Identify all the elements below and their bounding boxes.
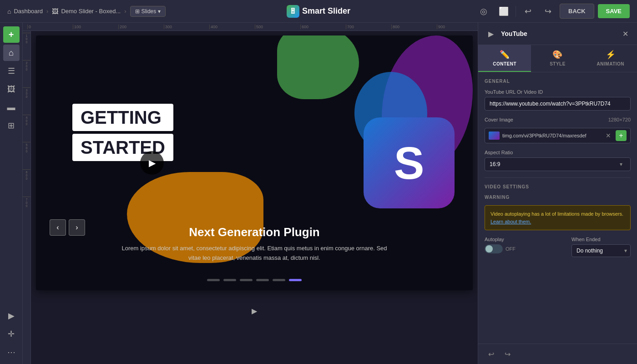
slide-title: Next Generation Plugin <box>54 225 455 239</box>
canvas-content: 100 200 300 400 500 600 700 <box>23 31 478 364</box>
ruler-v-mark: 100 <box>23 33 30 60</box>
youtube-icon: ▶ <box>485 27 497 40</box>
when-ended-select-wrap: Do nothing Loop Stop Next slide ▾ <box>571 244 631 257</box>
slide-dot-6[interactable] <box>289 279 302 281</box>
desktop-icon[interactable]: ⬜ <box>495 3 512 20</box>
ruler-marks: 0 100 200 300 400 500 600 700 800 900 10… <box>27 25 478 29</box>
sidebar-image-btn[interactable]: 🖼 <box>3 81 20 97</box>
cover-clear-button[interactable]: ✕ <box>604 131 613 140</box>
slide-text-bottom: Next Generation Plugin Lorem ipsum dolor… <box>36 225 473 263</box>
aspect-ratio-select[interactable]: 16:9 4:3 21:9 1:1 <box>485 157 631 171</box>
panel-header-left: ▶ YouTube <box>485 27 527 40</box>
bottom-undo-btn[interactable]: ↩ <box>485 348 497 360</box>
tab-bar: ✏️ CONTENT 🎨 STYLE ⚡ ANIMATION <box>478 45 637 72</box>
ruler-v-mark: 600 <box>23 169 30 197</box>
logo-letter: S <box>394 137 425 189</box>
when-ended-col: When Ended Do nothing Loop Stop Next sli… <box>571 237 631 257</box>
sidebar-home-btn[interactable]: ⌂ <box>3 45 20 61</box>
youtube-url-input[interactable] <box>485 97 631 111</box>
app-logo: 🎚 Smart Slider <box>287 5 350 18</box>
ruler-mark: 700 <box>346 25 391 29</box>
cover-url-input[interactable] <box>502 133 601 138</box>
content-tab-icon: ✏️ <box>500 50 510 60</box>
sidebar-play-btn[interactable]: ▶ <box>3 308 20 324</box>
ruler-mark: 200 <box>118 25 164 29</box>
panel-close-button[interactable]: ✕ <box>620 28 631 39</box>
add-layer-button[interactable]: + <box>3 26 20 43</box>
home-icon: ⌂ <box>7 8 11 15</box>
sidebar-layout-btn[interactable]: ▬ <box>3 99 20 116</box>
logo-icon: 🎚 <box>287 5 299 18</box>
breadcrumb-dashboard[interactable]: ⌂ Dashboard <box>7 8 43 15</box>
youtube-url-label: YouTube URL Or Video ID <box>485 89 631 95</box>
general-section-title: GENERAL <box>485 79 631 84</box>
slide-prev-button[interactable]: ‹ <box>50 219 66 236</box>
slide-wrapper: GETTING STARTED ▶ S <box>36 35 473 290</box>
slide-dot-5[interactable] <box>273 279 285 281</box>
autoplay-label: Autoplay <box>485 237 516 242</box>
autoplay-off-label: OFF <box>506 246 516 252</box>
video-settings-section-title: VIDEO SETTINGS <box>485 184 631 189</box>
left-sidebar: + ⌂ ☰ 🖼 ▬ ⊞ ▶ ✛ ⋯ <box>0 23 23 364</box>
bottom-redo-btn[interactable]: ↪ <box>501 348 514 360</box>
ruler-mark: 400 <box>209 25 255 29</box>
nav-right: ◎ ⬜ ↩ ↪ BACK SAVE <box>475 3 630 20</box>
slide-dot-4[interactable] <box>256 279 269 281</box>
sidebar-grid-btn[interactable]: ⊞ <box>3 117 20 134</box>
back-button[interactable]: BACK <box>560 4 594 19</box>
panel-title: YouTube <box>501 30 527 37</box>
chevron-down-icon: ▾ <box>158 8 161 15</box>
slide-canvas: GETTING STARTED ▶ S <box>31 31 478 364</box>
play-button[interactable]: ▶ <box>140 151 164 175</box>
breadcrumb-demo[interactable]: 🖼 Demo Slider - Boxed... <box>52 8 121 15</box>
slide-dot-3[interactable] <box>240 279 253 281</box>
ruler-mark: 600 <box>300 25 346 29</box>
ruler-v-mark: 300 <box>23 87 30 115</box>
slide-next-button[interactable]: › <box>69 219 85 236</box>
animation-tab-icon: ⚡ <box>606 50 616 60</box>
redo-icon[interactable]: ↪ <box>540 3 556 20</box>
tab-animation[interactable]: ⚡ ANIMATION <box>584 45 637 72</box>
when-ended-label: When Ended <box>571 237 631 242</box>
aspect-ratio-label: Aspect Ratio <box>485 150 631 155</box>
cover-image-size: 1280×720 <box>608 117 631 122</box>
cover-add-button[interactable]: + <box>616 130 627 141</box>
save-button[interactable]: SAVE <box>598 4 630 18</box>
undo-icon[interactable]: ↩ <box>520 3 536 20</box>
ruler-mark: 300 <box>164 25 209 29</box>
preview-icon[interactable]: ◎ <box>475 3 492 20</box>
ruler-v-mark: 200 <box>23 60 30 87</box>
panel-header: ▶ YouTube ✕ <box>478 23 637 45</box>
timeline-play-btn[interactable]: ▶ <box>248 304 261 317</box>
slides-dropdown[interactable]: ⊞ Slides ▾ <box>130 6 166 17</box>
when-ended-select[interactable]: Do nothing Loop Stop Next slide <box>571 244 631 257</box>
aspect-ratio-group: Aspect Ratio 16:9 4:3 21:9 1:1 ▾ <box>485 150 631 171</box>
ruler-mark: 0 <box>27 25 73 29</box>
slide-description: Lorem ipsum dolor sit amet, consectetur … <box>118 244 391 263</box>
sidebar-move-btn[interactable]: ✛ <box>3 326 20 342</box>
smart-slider-logo: S <box>364 117 455 208</box>
sidebar-dots-btn[interactable]: ⋯ <box>3 344 20 360</box>
tab-style[interactable]: 🎨 STYLE <box>531 45 584 72</box>
content-tab-label: CONTENT <box>493 61 516 66</box>
slide-dot-1[interactable] <box>207 279 220 281</box>
animation-tab-label: ANIMATION <box>597 61 624 66</box>
cover-image-group: Cover Image 1280×720 ✕ + <box>485 117 631 143</box>
youtube-url-group: YouTube URL Or Video ID <box>485 89 631 111</box>
slide-dot-2[interactable] <box>223 279 236 281</box>
ruler-v-mark: 700 <box>23 197 30 224</box>
horizontal-ruler: 0 100 200 300 400 500 600 700 800 900 10… <box>23 23 478 31</box>
grid-icon: ⊞ <box>135 8 140 15</box>
cover-image-label: Cover Image <box>485 117 513 122</box>
ruler-v-mark: 400 <box>23 115 30 142</box>
style-tab-icon: 🎨 <box>552 50 562 60</box>
bottom-controls: ↩ ↪ <box>478 344 637 364</box>
warning-link[interactable]: Learn about them. <box>490 219 531 224</box>
tab-content[interactable]: ✏️ CONTENT <box>478 45 531 72</box>
warning-text: Video autoplaying has a lot of limitatio… <box>490 211 623 217</box>
canvas-area: 0 100 200 300 400 500 600 700 800 900 10… <box>23 23 478 364</box>
style-tab-label: STYLE <box>550 61 566 66</box>
sidebar-menu-btn[interactable]: ☰ <box>3 63 20 79</box>
below-canvas: ▶ <box>239 290 270 331</box>
autoplay-toggle[interactable] <box>485 244 503 253</box>
